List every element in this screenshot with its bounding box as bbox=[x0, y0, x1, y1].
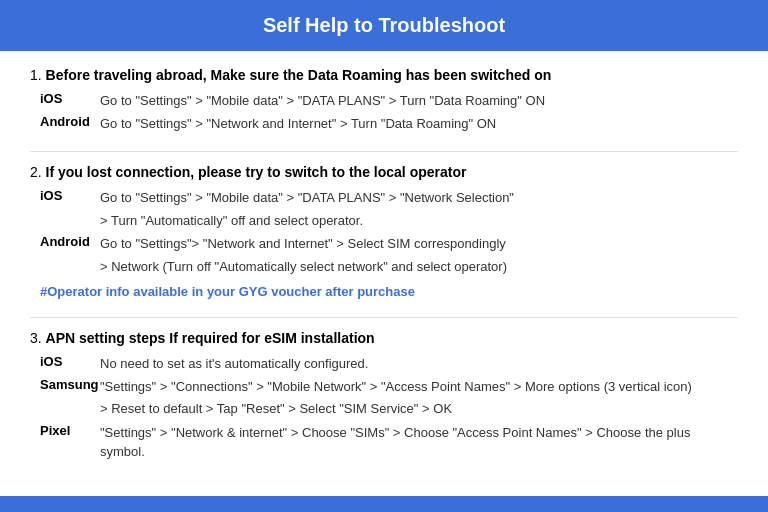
ios-instruction-2: Go to "Settings" > "Mobile data" > "DATA… bbox=[100, 188, 514, 208]
samsung-instruction-1: "Settings" > "Connections" > "Mobile Net… bbox=[100, 377, 692, 397]
section-1-title: 1. Before traveling abroad, Make sure th… bbox=[30, 67, 738, 83]
ios-continuation-2: > Turn "Automatically" off and select op… bbox=[30, 211, 738, 231]
samsung-continuation: > Reset to default > Tap "Reset" > Selec… bbox=[30, 399, 738, 419]
section-3-ios-row: iOS No need to set as it's automatically… bbox=[30, 354, 738, 374]
section-2-ios-row: iOS Go to "Settings" > "Mobile data" > "… bbox=[30, 188, 738, 208]
pixel-label: Pixel bbox=[40, 423, 100, 438]
section-2: 2. If you lost connection, please try to… bbox=[30, 164, 738, 299]
section-3-title: 3. APN setting steps If required for eSI… bbox=[30, 330, 738, 346]
android-continuation-2: > Network (Turn off "Automatically selec… bbox=[30, 257, 738, 277]
ios-instruction-1: Go to "Settings" > "Mobile data" > "DATA… bbox=[100, 91, 545, 111]
section-3: 3. APN setting steps If required for eSI… bbox=[30, 330, 738, 462]
section-1-ios-row: iOS Go to "Settings" > "Mobile data" > "… bbox=[30, 91, 738, 111]
android-label-2: Android bbox=[40, 234, 100, 249]
android-label-1: Android bbox=[40, 114, 100, 129]
ios-instruction-3: No need to set as it's automatically con… bbox=[100, 354, 368, 374]
header: Self Help to Troubleshoot bbox=[0, 0, 768, 51]
ios-label-3: iOS bbox=[40, 354, 100, 369]
ios-label-1: iOS bbox=[40, 91, 100, 106]
section-3-pixel-row: Pixel "Settings" > "Network & internet" … bbox=[30, 423, 738, 462]
section-1: 1. Before traveling abroad, Make sure th… bbox=[30, 67, 738, 133]
android-instruction-1: Go to "Settings" > "Network and Internet… bbox=[100, 114, 496, 134]
samsung-label: Samsung bbox=[40, 377, 100, 392]
android-instruction-2: Go to "Settings"> "Network and Internet"… bbox=[100, 234, 506, 254]
section-2-android-row: Android Go to "Settings"> "Network and I… bbox=[30, 234, 738, 254]
ios-label-2: iOS bbox=[40, 188, 100, 203]
section-3-samsung-row: Samsung "Settings" > "Connections" > "Mo… bbox=[30, 377, 738, 397]
gyg-note: #Operator info available in your GYG vou… bbox=[30, 284, 738, 299]
page-title: Self Help to Troubleshoot bbox=[20, 14, 748, 37]
divider-2 bbox=[30, 317, 738, 318]
section-2-title: 2. If you lost connection, please try to… bbox=[30, 164, 738, 180]
section-1-android-row: Android Go to "Settings" > "Network and … bbox=[30, 114, 738, 134]
divider-1 bbox=[30, 151, 738, 152]
footer: Please contact us via WhatsApp in your G… bbox=[0, 496, 768, 513]
pixel-instruction: "Settings" > "Network & internet" > Choo… bbox=[100, 423, 738, 462]
content: 1. Before traveling abroad, Make sure th… bbox=[0, 51, 768, 496]
